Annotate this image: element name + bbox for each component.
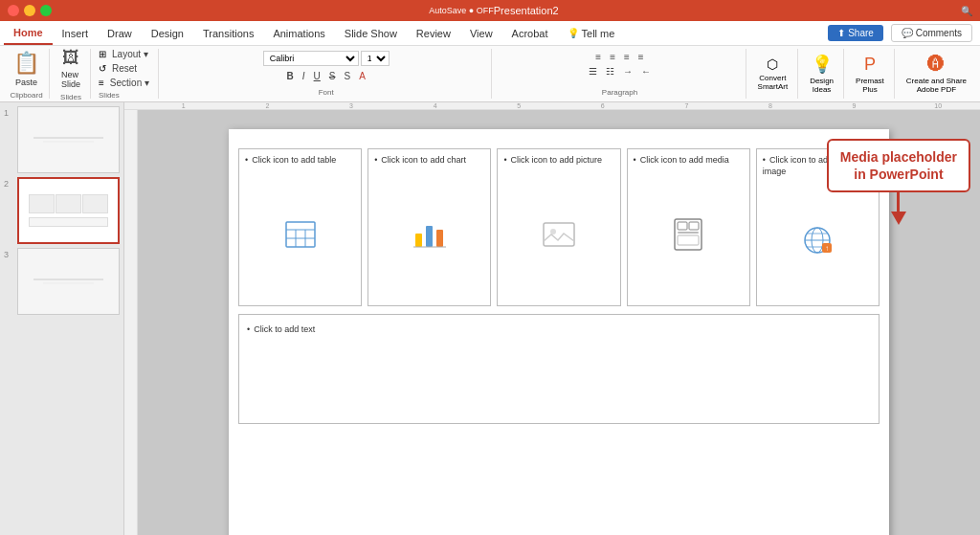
media-icon-area — [634, 170, 744, 300]
font-size-select[interactable]: 18 — [361, 51, 390, 66]
italic-button[interactable]: I — [300, 70, 308, 82]
layout-group: ⊞ Layout ▾ ↺ Reset ≡ Section ▾ Slides — [93, 49, 159, 99]
create-share-pdf-button[interactable]: 🅐 Create and ShareAdobe PDF — [902, 53, 970, 96]
picture-icon — [543, 220, 575, 249]
share-button[interactable]: ⬆ Share — [828, 25, 882, 41]
font-group: Calibri 18 B I U S S A Font — [161, 49, 492, 99]
media-icon — [674, 218, 702, 251]
svg-rect-0 — [286, 222, 315, 247]
ruler-marks: 1 2 3 4 5 6 7 8 9 10 — [142, 102, 980, 109]
bullet-list-button[interactable]: ☰ — [586, 65, 600, 78]
shadow-button[interactable]: S — [342, 70, 354, 82]
convert-smartart-button[interactable]: ⬡ ConvertSmartArt — [754, 55, 792, 93]
tab-tell-me[interactable]: 💡Tell me — [558, 21, 625, 45]
font-family-select[interactable]: Calibri — [263, 51, 359, 66]
align-left-button[interactable]: ≡ — [592, 51, 604, 63]
slide-thumb-1[interactable]: 1 — [4, 106, 120, 173]
tab-draw[interactable]: Draw — [98, 21, 142, 45]
ribbon: Home Insert Draw Design Transitions Anim… — [0, 21, 980, 102]
lightbulb-icon: 💡 — [568, 28, 579, 38]
paste-button[interactable]: 📋 Paste — [10, 49, 43, 89]
font-color-button[interactable]: A — [356, 70, 368, 82]
callout-container: Media placeholderin PowerPoint — [827, 139, 970, 225]
premast-icon: P — [864, 55, 876, 75]
titlebar: AutoSave ● OFF Presentation2 🔍 — [0, 0, 980, 21]
work-row: Click icon to add table — [124, 110, 980, 535]
chart-placeholder[interactable]: Click icon to add chart — [368, 148, 491, 306]
tab-animations[interactable]: Animations — [263, 21, 334, 45]
tab-view[interactable]: View — [460, 21, 502, 45]
svg-rect-15 — [678, 235, 699, 245]
text-placeholder[interactable]: Click to add text — [238, 314, 880, 424]
smartart-icon: ⬡ — [767, 56, 778, 72]
placeholder-grid: Click icon to add table — [238, 148, 880, 306]
underline-button[interactable]: U — [311, 70, 323, 82]
online-image-icon: ↑ — [801, 226, 834, 255]
strikethrough-button[interactable]: S — [326, 70, 339, 82]
slide-work-area[interactable]: Click icon to add table — [138, 110, 980, 535]
align-right-button[interactable]: ≡ — [621, 51, 633, 63]
tab-insert[interactable]: Insert — [53, 21, 99, 45]
slides-group: 🖼 NewSlide Slides — [52, 49, 91, 99]
clipboard-group: 📋 Paste Clipboard — [4, 49, 50, 99]
new-slide-button[interactable]: 🖼 NewSlide — [57, 46, 84, 91]
premast-plus-button[interactable]: P PremastPlus — [852, 53, 888, 96]
tab-home[interactable]: Home — [4, 21, 53, 45]
vertical-ruler — [124, 110, 138, 535]
align-center-button[interactable]: ≡ — [607, 51, 618, 63]
paragraph-group: ≡ ≡ ≡ ≡ ☰ ☷ → ← Paragraph — [494, 49, 746, 99]
chart-icon-area — [374, 170, 484, 300]
indent-button[interactable]: → — [620, 65, 635, 78]
design-ideas-button[interactable]: 💡 DesignIdeas — [806, 52, 837, 96]
maximize-button[interactable] — [40, 5, 52, 16]
slide-preview-3[interactable] — [17, 248, 120, 315]
picture-placeholder[interactable]: Click icon to add picture — [497, 148, 620, 306]
tab-slideshow[interactable]: Slide Show — [335, 21, 407, 45]
reset-icon: ↺ — [99, 63, 106, 74]
design-ideas-icon: 💡 — [812, 54, 833, 75]
svg-text:↑: ↑ — [825, 244, 829, 253]
slide-canvas: Click icon to add table — [229, 129, 889, 535]
table-placeholder-text: Click icon to add table — [245, 155, 355, 167]
slide-thumb-2[interactable]: 2 — [4, 177, 120, 244]
callout-text: Media placeholderin PowerPoint — [840, 149, 957, 182]
slide-preview-1[interactable] — [17, 106, 120, 173]
section-button[interactable]: Section ▾ — [107, 77, 152, 89]
tab-review[interactable]: Review — [407, 21, 460, 45]
svg-rect-12 — [678, 222, 687, 230]
window-controls[interactable] — [8, 5, 52, 16]
ribbon-tabs: Home Insert Draw Design Transitions Anim… — [0, 21, 980, 46]
bold-button[interactable]: B — [284, 70, 297, 82]
titlebar-right: 🔍 — [961, 6, 972, 16]
adobe-group: 🅐 Create and ShareAdobe PDF — [897, 49, 976, 99]
tab-acrobat[interactable]: Acrobat — [502, 21, 558, 45]
justify-button[interactable]: ≡ — [635, 51, 647, 63]
premast-group: P PremastPlus — [846, 49, 895, 99]
svg-rect-13 — [689, 222, 699, 230]
table-icon — [285, 221, 316, 248]
media-placeholder-text: Click icon to add media — [634, 155, 744, 167]
design-ideas-group: 💡 DesignIdeas — [800, 49, 844, 99]
slide-thumb-3[interactable]: 3 — [4, 248, 120, 315]
number-list-button[interactable]: ☷ — [603, 65, 617, 78]
media-placeholder[interactable]: Click icon to add media — [627, 148, 750, 306]
close-button[interactable] — [8, 5, 19, 16]
callout-stem — [897, 192, 900, 212]
svg-rect-9 — [544, 223, 574, 246]
tab-transitions[interactable]: Transitions — [193, 21, 263, 45]
paste-icon: 📋 — [13, 51, 39, 76]
layout-button[interactable]: Layout ▾ — [109, 48, 151, 60]
slide-panel: 1 2 3 — [0, 102, 124, 535]
search-icon[interactable]: 🔍 — [961, 6, 972, 16]
tab-design[interactable]: Design — [142, 21, 193, 45]
comments-button[interactable]: 💬 Comments — [891, 24, 972, 42]
editor-area: 1 2 3 4 5 6 7 8 9 10 — [124, 102, 980, 535]
outdent-button[interactable]: ← — [638, 65, 654, 78]
convert-group: ⬡ ConvertSmartArt — [748, 49, 799, 99]
callout-arrowhead — [891, 212, 906, 225]
reset-button[interactable]: Reset — [109, 62, 140, 75]
table-placeholder[interactable]: Click icon to add table — [238, 148, 362, 306]
minimize-button[interactable] — [24, 5, 35, 16]
slide-preview-2[interactable] — [17, 177, 120, 244]
chart-icon — [413, 220, 446, 249]
